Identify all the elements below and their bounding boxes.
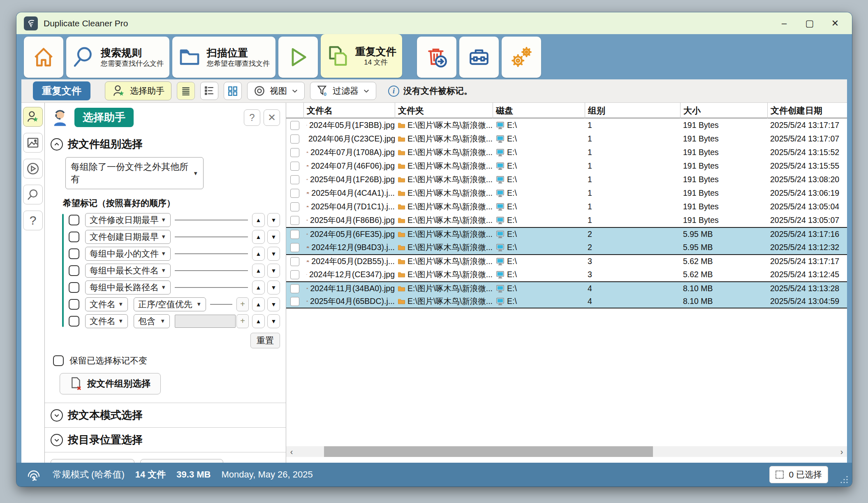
field-dropdown[interactable]: 文件名▼ <box>85 314 128 328</box>
section-select-by-group[interactable]: 按文件组别选择 <box>51 137 280 151</box>
move-down-button[interactable]: ▼ <box>267 264 280 278</box>
file-checkbox[interactable] <box>290 189 299 198</box>
table-row[interactable]: 2024年07月(46F06).jpg E:\图片\啄木鸟\新浪微... E:\… <box>286 159 847 173</box>
add-criteria-button[interactable]: + <box>236 314 249 328</box>
scroll-right-arrow[interactable]: › <box>836 446 847 457</box>
table-row[interactable]: 2024年11月(34BA0).jpg E:\图片\啄木鸟\新浪微... E:\… <box>286 281 847 295</box>
move-down-button[interactable]: ▼ <box>267 280 280 294</box>
search-panel-button[interactable] <box>23 185 43 204</box>
file-checkbox[interactable] <box>290 243 299 252</box>
criteria-dropdown[interactable]: 文件创建日期最早▼ <box>85 230 171 244</box>
section-select-by-location[interactable]: 按目录位置选择 <box>51 428 280 452</box>
column-header-filename[interactable]: 文件名 <box>303 103 395 118</box>
move-down-button[interactable]: ▼ <box>267 213 280 227</box>
help-panel-button[interactable]: ? <box>23 211 43 230</box>
file-checkbox[interactable] <box>290 270 299 279</box>
move-up-button[interactable]: ▲ <box>252 213 265 227</box>
criteria-checkbox[interactable] <box>69 282 79 293</box>
table-row[interactable]: 2025年04月(F86B6).jpg E:\图片\啄木鸟\新浪微... E:\… <box>286 213 847 227</box>
move-up-button[interactable]: ▲ <box>252 314 265 328</box>
table-row[interactable]: 2024年05月(D2B55).j... E:\图片\啄木鸟\新浪微... E:… <box>286 254 847 268</box>
column-header-size[interactable]: 大小 <box>680 103 767 118</box>
media-preview-button[interactable] <box>23 159 43 178</box>
duplicate-files-tab[interactable]: 重复文件 14 文件 <box>321 34 402 78</box>
criteria-dropdown[interactable]: 每组中最长路径名▼ <box>85 280 171 294</box>
home-button[interactable] <box>24 37 63 78</box>
scroll-left-arrow[interactable]: ‹ <box>286 446 297 457</box>
assistant-help-button[interactable]: ? <box>244 109 260 126</box>
settings-button[interactable] <box>502 37 541 78</box>
reset-button[interactable]: 重置 <box>250 333 280 348</box>
table-row[interactable]: 2024年12月(CE347).jpg E:\图片\啄木鸟\新浪微... E:\… <box>286 268 847 281</box>
column-header-created[interactable]: 文件创建日期 <box>767 103 847 118</box>
assistant-panel-button[interactable] <box>23 107 43 127</box>
filter-dropdown[interactable]: 0 过滤器 <box>310 82 376 100</box>
toolbox-button[interactable] <box>459 37 499 78</box>
maximize-button[interactable]: ▢ <box>797 14 822 32</box>
move-down-button[interactable]: ▼ <box>267 247 280 261</box>
file-checkbox[interactable] <box>290 202 299 211</box>
field-dropdown[interactable]: 文件名▼ <box>85 297 128 311</box>
file-checkbox[interactable] <box>290 284 299 293</box>
table-row[interactable]: 2024年05月(1F3BB).jpg E:\图片\啄木鸟\新浪微... E:\… <box>286 118 847 132</box>
tree-list-view-button[interactable] <box>200 82 218 100</box>
table-row[interactable]: 2024年05月(6FE35).jpg E:\图片\啄木鸟\新浪微... E:\… <box>286 227 847 241</box>
table-row[interactable]: 2024年06月(C23CE).jpg E:\图片\啄木鸟\新浪微... E:\… <box>286 132 847 146</box>
move-up-button[interactable]: ▲ <box>252 230 265 244</box>
criteria-checkbox[interactable] <box>69 215 79 225</box>
column-header-disk[interactable]: 磁盘 <box>493 103 585 118</box>
criteria-checkbox[interactable] <box>69 232 79 242</box>
view-dropdown[interactable]: 视图 <box>247 82 305 100</box>
select-by-group-button[interactable]: 按文件组别选择 <box>60 373 161 394</box>
column-header-group[interactable]: 组别 <box>585 103 680 118</box>
move-down-button[interactable]: ▼ <box>267 314 280 328</box>
table-row[interactable]: 2024年07月(1708A).jpg E:\图片\啄木鸟\新浪微... E:\… <box>286 146 847 159</box>
add-criteria-button[interactable]: + <box>236 297 249 311</box>
scan-location-tab[interactable]: 扫描位置 您希望在哪查找文件 <box>172 37 275 78</box>
file-checkbox[interactable] <box>290 257 299 266</box>
selection-assistant-button[interactable]: 选择助手 <box>105 81 171 100</box>
file-checkbox[interactable] <box>290 230 299 239</box>
scrollbar-track[interactable] <box>297 446 836 457</box>
image-preview-button[interactable] <box>23 133 43 153</box>
criteria-checkbox[interactable] <box>69 248 79 259</box>
move-up-button[interactable]: ▲ <box>252 297 265 311</box>
table-row[interactable]: 2025年04月(1F26B).jpg E:\图片\啄木鸟\新浪微... E:\… <box>286 173 847 186</box>
contains-text-input[interactable] <box>175 315 236 328</box>
file-checkbox[interactable] <box>290 134 299 144</box>
criteria-checkbox[interactable] <box>69 265 79 276</box>
move-up-button[interactable]: ▲ <box>252 247 265 261</box>
group-mode-dropdown[interactable]: 每组除了一份文件之外其他所有 ▼ <box>65 157 204 189</box>
criteria-dropdown[interactable]: 每组中最长文件名▼ <box>85 264 171 278</box>
file-checkbox[interactable] <box>290 216 299 225</box>
table-row[interactable]: 2024年12月(9B4D3).j... E:\图片\啄木鸟\新浪微... E:… <box>286 241 847 254</box>
grid-view-button[interactable] <box>224 82 242 100</box>
detail-list-view-button[interactable] <box>177 82 195 100</box>
resize-grip[interactable] <box>840 475 849 484</box>
move-up-button[interactable]: ▲ <box>252 280 265 294</box>
file-checkbox[interactable] <box>290 175 299 184</box>
minimize-button[interactable]: – <box>771 14 797 32</box>
file-checkbox[interactable] <box>290 297 299 306</box>
section-select-by-text[interactable]: 按文本模式选择 <box>51 403 280 427</box>
start-scan-button[interactable] <box>278 37 318 78</box>
file-checkbox[interactable] <box>290 121 299 130</box>
close-button[interactable]: ✕ <box>822 14 848 32</box>
column-header-folder[interactable]: 文件夹 <box>395 103 493 118</box>
assistant-close-button[interactable]: ✕ <box>264 109 280 126</box>
table-row[interactable]: 2025年04月(4C4A1).j... E:\图片\啄木鸟\新浪微... E:… <box>286 186 847 200</box>
duplicate-files-header-button[interactable]: 重复文件 <box>33 81 90 100</box>
move-up-button[interactable]: ▲ <box>252 264 265 278</box>
move-down-button[interactable]: ▼ <box>267 230 280 244</box>
sort-mode-dropdown[interactable]: 正序/空值优先▼ <box>134 297 206 311</box>
criteria-checkbox[interactable] <box>69 299 79 310</box>
keep-selection-checkbox[interactable] <box>53 355 64 366</box>
table-row[interactable]: 2025年04月(7D1C1).j... E:\图片\啄木鸟\新浪微... E:… <box>286 200 847 213</box>
criteria-dropdown[interactable]: 每组中最小的文件▼ <box>85 247 171 261</box>
criteria-dropdown[interactable]: 文件修改日期最早▼ <box>85 213 171 227</box>
remove-files-button[interactable] <box>417 37 456 78</box>
move-down-button[interactable]: ▼ <box>267 297 280 311</box>
scrollbar-thumb[interactable] <box>324 446 653 457</box>
contains-dropdown[interactable]: 包含▼ <box>134 314 170 328</box>
search-rules-tab[interactable]: 搜索规则 您需要查找什么文件 <box>66 37 169 78</box>
